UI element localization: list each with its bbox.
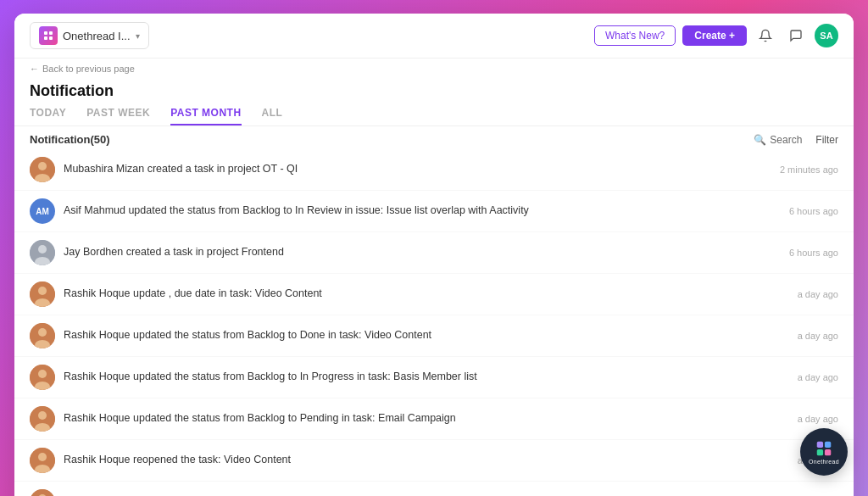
- search-icon: 🔍: [754, 134, 766, 146]
- svg-rect-3: [49, 36, 53, 40]
- avatar: AM: [30, 198, 55, 224]
- notification-time: a day ago: [798, 331, 838, 341]
- notification-list: Mubashira Mizan created a task in projec…: [14, 149, 854, 496]
- svg-point-17: [38, 370, 47, 378]
- svg-rect-36: [817, 449, 823, 455]
- create-button[interactable]: Create +: [682, 25, 747, 46]
- notification-text: Jay Bordhen created a task in project Fr…: [64, 245, 781, 260]
- svg-rect-37: [825, 449, 831, 455]
- notification-item[interactable]: Rashik Hoque update , due date in task: …: [14, 274, 854, 315]
- header-left: Onethread I... ▾: [30, 22, 149, 49]
- avatar: [30, 406, 55, 432]
- notification-time: a day ago: [798, 289, 838, 299]
- whats-new-button[interactable]: What's New?: [594, 25, 676, 46]
- tab-past-week[interactable]: PAST WEEK: [86, 107, 150, 125]
- notification-item[interactable]: AMAsif Mahmud updated the status from Ba…: [14, 191, 854, 232]
- onethread-badge[interactable]: Onethread: [800, 428, 848, 476]
- app-container: Onethread I... ▾ What's New? Create + SA…: [14, 14, 854, 496]
- svg-point-23: [38, 453, 47, 461]
- svg-rect-1: [49, 31, 53, 35]
- workspace-selector[interactable]: Onethread I... ▾: [30, 22, 149, 49]
- svg-rect-2: [44, 36, 47, 40]
- tab-all[interactable]: ALL: [262, 107, 283, 125]
- avatar: [30, 489, 55, 496]
- notification-bell-icon[interactable]: [754, 24, 777, 47]
- notification-time: 2 minutes ago: [780, 164, 838, 175]
- tab-today[interactable]: TODAY: [30, 107, 66, 125]
- header: Onethread I... ▾ What's New? Create + SA: [14, 14, 854, 59]
- notification-text: Rashik Hoque updated the status from Bac…: [64, 328, 789, 343]
- search-area[interactable]: 🔍 Search: [754, 134, 802, 146]
- notification-time: 6 hours ago: [789, 206, 838, 216]
- avatar: [30, 157, 55, 182]
- workspace-name: Onethread I...: [63, 30, 131, 42]
- avatar: [30, 365, 55, 390]
- tabs-row: TODAY PAST WEEK PAST MONTH ALL: [14, 102, 854, 126]
- back-link[interactable]: ← Back to previous page: [14, 59, 854, 79]
- workspace-icon: [39, 26, 58, 45]
- svg-point-5: [38, 162, 47, 170]
- search-filter: 🔍 Search Filter: [754, 134, 838, 146]
- notification-item[interactable]: Rashik Hoque updated the status from Bac…: [14, 357, 854, 398]
- svg-point-20: [38, 411, 47, 420]
- notification-item[interactable]: Rashik Hoque reopened the task: Video Co…: [14, 440, 854, 482]
- svg-point-14: [38, 328, 47, 337]
- chat-icon[interactable]: [784, 24, 808, 47]
- notification-text: Mubashira Mizan created a task in projec…: [64, 162, 771, 177]
- user-avatar-header[interactable]: SA: [815, 24, 838, 47]
- filter-button[interactable]: Filter: [815, 134, 838, 146]
- svg-point-8: [38, 245, 47, 254]
- onethread-badge-icon: [815, 439, 833, 458]
- notification-count: Notification(50): [30, 133, 110, 146]
- notification-time: a day ago: [798, 372, 838, 382]
- notification-time: a day ago: [798, 414, 838, 424]
- avatar: [30, 323, 55, 348]
- notification-text: Rashik Hoque updated the status from Bac…: [64, 370, 789, 385]
- svg-point-11: [38, 287, 47, 295]
- back-link-text: Back to previous page: [42, 64, 135, 74]
- notification-item[interactable]: Rashik Hoque updated the status from Bac…: [14, 398, 854, 440]
- tab-past-month[interactable]: PAST MONTH: [170, 107, 241, 125]
- chevron-down-icon: ▾: [136, 31, 140, 41]
- search-label: Search: [770, 134, 802, 146]
- page-title: Notification: [14, 79, 854, 102]
- avatar: [30, 448, 55, 473]
- svg-rect-35: [825, 442, 831, 448]
- notification-item[interactable]: Rashik Hoque completed the task: Video C…: [14, 482, 854, 496]
- notification-item[interactable]: Rashik Hoque updated the status from Bac…: [14, 315, 854, 357]
- notification-text: Asif Mahmud updated the status from Back…: [64, 203, 781, 219]
- avatar: [30, 281, 55, 307]
- notification-time: 6 hours ago: [789, 248, 838, 258]
- meta-row: Notification(50) 🔍 Search Filter: [14, 126, 854, 149]
- notification-item[interactable]: Mubashira Mizan created a task in projec…: [14, 149, 854, 191]
- notification-text: Rashik Hoque reopened the task: Video Co…: [64, 453, 789, 468]
- svg-rect-34: [817, 442, 823, 448]
- notification-text: Rashik Hoque update , due date in task: …: [64, 287, 789, 302]
- svg-rect-0: [44, 31, 47, 35]
- back-arrow-icon: ←: [30, 64, 39, 74]
- header-right: What's New? Create + SA: [594, 24, 838, 47]
- notification-item[interactable]: Jay Bordhen created a task in project Fr…: [14, 232, 854, 274]
- onethread-badge-label: Onethread: [809, 459, 839, 465]
- avatar: [30, 240, 55, 265]
- notification-text: Rashik Hoque updated the status from Bac…: [64, 411, 789, 426]
